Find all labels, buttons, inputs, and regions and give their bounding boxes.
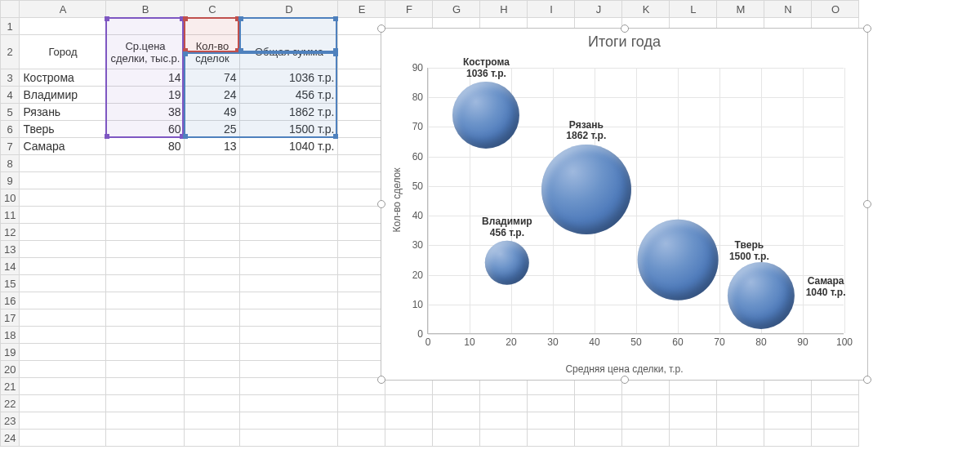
cell-C6[interactable]: 25 bbox=[185, 121, 240, 138]
cell-C23[interactable] bbox=[185, 412, 240, 430]
chart-handle[interactable] bbox=[377, 24, 385, 33]
cell-E5[interactable] bbox=[338, 104, 385, 121]
column-header-J[interactable]: J bbox=[575, 1, 622, 18]
cell-J24[interactable] bbox=[575, 430, 622, 447]
column-header-G[interactable]: G bbox=[433, 1, 480, 18]
cell-E14[interactable] bbox=[338, 258, 385, 275]
column-header-F[interactable]: F bbox=[385, 1, 433, 18]
cell-L22[interactable] bbox=[670, 395, 717, 412]
column-header-M[interactable]: M bbox=[717, 1, 764, 18]
cell-O22[interactable] bbox=[812, 395, 859, 412]
cell-A24[interactable] bbox=[20, 430, 106, 447]
cell-N23[interactable] bbox=[764, 412, 812, 430]
cell-D10[interactable] bbox=[240, 189, 338, 207]
cell-C11[interactable] bbox=[185, 207, 240, 224]
cell-A4[interactable]: Владимир bbox=[20, 87, 106, 104]
cell-E18[interactable] bbox=[338, 327, 385, 344]
cell-C14[interactable] bbox=[185, 258, 240, 275]
cell-B10[interactable] bbox=[106, 189, 185, 207]
bubble-Владимир[interactable] bbox=[485, 241, 529, 285]
cell-A9[interactable] bbox=[20, 172, 106, 189]
cell-E22[interactable] bbox=[338, 395, 385, 412]
cell-E3[interactable] bbox=[338, 69, 385, 87]
cell-C13[interactable] bbox=[185, 241, 240, 258]
cell-B3[interactable]: 14 bbox=[106, 69, 185, 87]
cell-B18[interactable] bbox=[106, 327, 185, 344]
cell-B23[interactable] bbox=[106, 412, 185, 430]
cell-I22[interactable] bbox=[528, 395, 575, 412]
cell-A21[interactable] bbox=[20, 378, 106, 395]
cell-K23[interactable] bbox=[622, 412, 670, 430]
select-all-corner[interactable] bbox=[1, 1, 20, 18]
cell-C15[interactable] bbox=[185, 275, 240, 292]
cell-A1[interactable] bbox=[20, 18, 106, 35]
cell-J22[interactable] bbox=[575, 395, 622, 412]
cell-D21[interactable] bbox=[240, 378, 338, 395]
cell-D6[interactable]: 1500 т.р. bbox=[240, 121, 338, 138]
cell-D11[interactable] bbox=[240, 207, 338, 224]
cell-D20[interactable] bbox=[240, 361, 338, 378]
cell-D1[interactable] bbox=[240, 18, 338, 35]
cell-D24[interactable] bbox=[240, 430, 338, 447]
cell-B15[interactable] bbox=[106, 275, 185, 292]
cell-A8[interactable] bbox=[20, 155, 106, 172]
cell-E13[interactable] bbox=[338, 241, 385, 258]
cell-H22[interactable] bbox=[480, 395, 528, 412]
cell-B14[interactable] bbox=[106, 258, 185, 275]
chart-handle[interactable] bbox=[863, 24, 871, 33]
cell-B11[interactable] bbox=[106, 207, 185, 224]
cell-C1[interactable] bbox=[185, 18, 240, 35]
cell-B8[interactable] bbox=[106, 155, 185, 172]
cell-A11[interactable] bbox=[20, 207, 106, 224]
cell-B9[interactable] bbox=[106, 172, 185, 189]
cell-G22[interactable] bbox=[433, 395, 480, 412]
cell-C18[interactable] bbox=[185, 327, 240, 344]
cell-C10[interactable] bbox=[185, 189, 240, 207]
cell-O23[interactable] bbox=[812, 412, 859, 430]
cell-B19[interactable] bbox=[106, 344, 185, 361]
row-header-20[interactable]: 20 bbox=[1, 361, 20, 378]
cell-F24[interactable] bbox=[385, 430, 433, 447]
cell-A3[interactable]: Кострома bbox=[20, 69, 106, 87]
cell-B17[interactable] bbox=[106, 309, 185, 327]
cell-B21[interactable] bbox=[106, 378, 185, 395]
column-header-C[interactable]: C bbox=[185, 1, 240, 18]
row-header-2[interactable]: 2 bbox=[1, 35, 20, 69]
cell-C4[interactable]: 24 bbox=[185, 87, 240, 104]
cell-K22[interactable] bbox=[622, 395, 670, 412]
column-header-D[interactable]: D bbox=[240, 1, 338, 18]
cell-D8[interactable] bbox=[240, 155, 338, 172]
cell-D2[interactable]: Общая сумма bbox=[240, 35, 338, 69]
cell-A22[interactable] bbox=[20, 395, 106, 412]
bubble-Кострома[interactable] bbox=[452, 82, 519, 149]
row-header-15[interactable]: 15 bbox=[1, 275, 20, 292]
cell-E23[interactable] bbox=[338, 412, 385, 430]
cell-B22[interactable] bbox=[106, 395, 185, 412]
cell-D14[interactable] bbox=[240, 258, 338, 275]
cell-C17[interactable] bbox=[185, 309, 240, 327]
chart-object[interactable]: Итоги года Кол-во сделок 010203040506070… bbox=[381, 28, 868, 381]
row-header-16[interactable]: 16 bbox=[1, 292, 20, 309]
cell-A19[interactable] bbox=[20, 344, 106, 361]
cell-L24[interactable] bbox=[670, 430, 717, 447]
cell-D23[interactable] bbox=[240, 412, 338, 430]
cell-N24[interactable] bbox=[764, 430, 812, 447]
cell-B6[interactable]: 60 bbox=[106, 121, 185, 138]
bubble-Рязань[interactable] bbox=[541, 145, 631, 234]
chart-plot-area[interactable]: 0102030405060708090100010203040506070809… bbox=[427, 68, 844, 334]
cell-A17[interactable] bbox=[20, 309, 106, 327]
cell-M24[interactable] bbox=[717, 430, 764, 447]
cell-C16[interactable] bbox=[185, 292, 240, 309]
cell-E12[interactable] bbox=[338, 224, 385, 241]
row-header-11[interactable]: 11 bbox=[1, 207, 20, 224]
cell-L23[interactable] bbox=[670, 412, 717, 430]
column-header-A[interactable]: A bbox=[20, 1, 106, 18]
cell-E9[interactable] bbox=[338, 172, 385, 189]
cell-G24[interactable] bbox=[433, 430, 480, 447]
row-header-22[interactable]: 22 bbox=[1, 395, 20, 412]
cell-A7[interactable]: Самара bbox=[20, 138, 106, 155]
cell-B12[interactable] bbox=[106, 224, 185, 241]
cell-A2[interactable]: Город bbox=[20, 35, 106, 69]
cell-E20[interactable] bbox=[338, 361, 385, 378]
row-header-3[interactable]: 3 bbox=[1, 69, 20, 87]
